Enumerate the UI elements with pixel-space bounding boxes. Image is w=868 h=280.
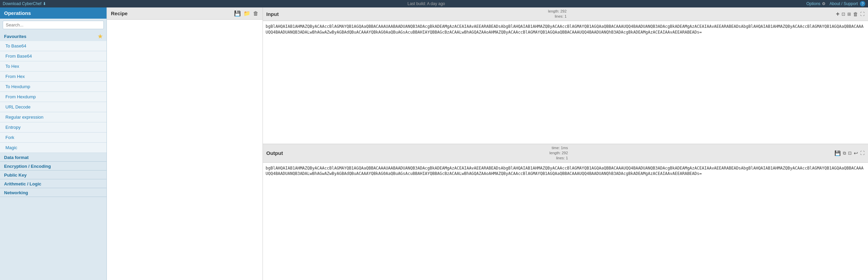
sidebar-item[interactable]: From Base64	[0, 51, 107, 61]
output-panel: Output time: 1ms length: 292 lines: 1 💾 …	[263, 144, 868, 280]
sidebar-item[interactable]: To Base64	[0, 41, 107, 51]
output-stats: time: 1ms length: 292 lines: 1	[549, 145, 568, 161]
recipe-trash-icon[interactable]: 🗑	[253, 11, 258, 17]
output-copy-icon[interactable]: ⧉	[843, 151, 846, 156]
arithmetic-logic-label: Arithmetic / Logic	[4, 181, 41, 186]
recipe-body	[107, 20, 263, 280]
section-encryption-encoding[interactable]: Encryption / Encoding	[0, 162, 107, 171]
output-stat-length: length: 292	[549, 151, 568, 156]
build-info: Last build: A day ago	[407, 1, 445, 6]
section-data-format[interactable]: Data format	[0, 153, 107, 162]
section-public-key[interactable]: Public Key	[0, 171, 107, 179]
recipe-title: Recipe	[111, 11, 128, 16]
input-header: Input length: 292 lines: 1 + ⊡ ⊞ 🗑 ⛶	[263, 7, 868, 21]
support-label[interactable]: About / Support	[830, 1, 858, 6]
data-format-label: Data format	[4, 155, 28, 160]
section-arithmetic-logic[interactable]: Arithmetic / Logic	[0, 179, 107, 188]
recipe-header: Recipe 💾 📁 🗑	[107, 7, 263, 20]
output-expand-icon[interactable]: ⛶	[860, 151, 865, 156]
download-link[interactable]: Download CyberChef ⬇	[3, 1, 46, 6]
recipe-icons: 💾 📁 🗑	[234, 10, 258, 17]
topbar-right: Options ⚙ About / Support ?	[806, 1, 865, 6]
input-trash-icon[interactable]: 🗑	[853, 11, 858, 17]
sidebar-item[interactable]: From Hex	[0, 72, 107, 82]
support-icon[interactable]: ?	[860, 1, 865, 6]
options-label[interactable]: Options	[806, 1, 820, 6]
io-container: Input length: 292 lines: 1 + ⊡ ⊞ 🗑 ⛶ Out…	[263, 7, 868, 280]
main-layout: Operations Favourites ★ To Base64 From B…	[0, 7, 868, 280]
output-icons: 💾 ⧉ ⊡ ↩ ⛶	[834, 150, 865, 156]
encryption-encoding-label: Encryption / Encoding	[4, 164, 51, 169]
output-single-icon[interactable]: ⊡	[848, 151, 852, 156]
input-add-icon[interactable]: +	[836, 11, 840, 18]
sidebar-item[interactable]: Fork	[0, 133, 107, 143]
networking-label: Networking	[4, 190, 28, 195]
download-icon: ⬇	[43, 1, 46, 6]
input-expand-icon[interactable]: ⛶	[860, 12, 865, 17]
sidebar-item[interactable]: Entropy	[0, 122, 107, 133]
input-single-icon[interactable]: ⊡	[842, 12, 845, 17]
recipe-folder-icon[interactable]: 📁	[244, 10, 250, 17]
sidebar-header: Operations	[0, 7, 107, 19]
input-stats: length: 292 lines: 1	[548, 9, 566, 19]
input-stat-lines: lines: 1	[548, 14, 566, 19]
sidebar-item[interactable]: To Hex	[0, 61, 107, 72]
sidebar-item[interactable]: From Hexdump	[0, 92, 107, 102]
build-label: Last build: A day ago	[407, 1, 445, 6]
sidebar-content: Favourites ★ To Base64 From Base64 To He…	[0, 31, 107, 280]
output-save-icon[interactable]: 💾	[834, 150, 841, 156]
output-undo-icon[interactable]: ↩	[854, 150, 858, 156]
input-stat-length: length: 292	[548, 9, 566, 14]
topbar: Download CyberChef ⬇ Last build: A day a…	[0, 0, 868, 7]
sidebar-item[interactable]: Magic	[0, 143, 107, 153]
sidebar-item[interactable]: Regular expression	[0, 112, 107, 122]
operations-title: Operations	[4, 10, 31, 16]
section-favourites[interactable]: Favourites ★	[0, 31, 107, 41]
output-textarea[interactable]	[263, 163, 868, 280]
output-header: Output time: 1ms length: 292 lines: 1 💾 …	[263, 144, 868, 163]
sidebar-item[interactable]: URL Decode	[0, 102, 107, 112]
input-textarea[interactable]	[263, 21, 868, 144]
input-panel: Input length: 292 lines: 1 + ⊡ ⊞ 🗑 ⛶	[263, 7, 868, 144]
options-icon[interactable]: ⚙	[822, 1, 826, 6]
output-title: Output	[266, 150, 283, 156]
download-label: Download CyberChef	[3, 1, 41, 6]
favourites-star-icon: ★	[98, 33, 102, 40]
input-title: Input	[266, 11, 279, 17]
sidebar-item[interactable]: To Hexdump	[0, 82, 107, 92]
recipe-save-icon[interactable]: 💾	[234, 10, 241, 17]
recipe-panel: Recipe 💾 📁 🗑	[107, 7, 263, 280]
favourites-label: Favourites	[4, 34, 26, 39]
search-input[interactable]	[3, 21, 104, 29]
search-container	[0, 19, 107, 31]
output-stat-lines: lines: 1	[549, 156, 568, 161]
public-key-label: Public Key	[4, 173, 26, 178]
input-double-icon[interactable]: ⊞	[847, 12, 851, 17]
section-networking[interactable]: Networking	[0, 188, 107, 197]
sidebar: Operations Favourites ★ To Base64 From B…	[0, 7, 107, 280]
input-icons: + ⊡ ⊞ 🗑 ⛶	[836, 11, 865, 18]
output-stat-time: time: 1ms	[549, 145, 568, 151]
